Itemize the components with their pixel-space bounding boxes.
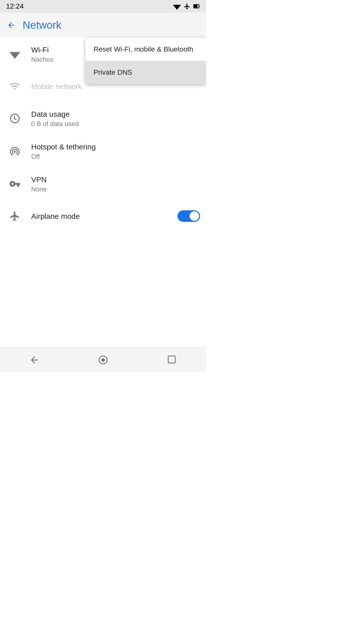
back-button[interactable] (5, 19, 18, 31)
status-bar: 12:24 (0, 0, 206, 13)
page-title: Network (23, 19, 61, 31)
airplane-toggle-container (177, 210, 200, 222)
svg-rect-2 (199, 6, 199, 7)
airplane-text: Airplane mode (31, 211, 177, 221)
vpn-text: VPN None (31, 175, 200, 193)
vpn-title: VPN (31, 175, 200, 184)
nav-back-button[interactable] (24, 350, 44, 370)
dropdown-menu: Reset Wi-Fi, mobile & Bluetooth Private … (85, 38, 206, 84)
setting-item-hotspot[interactable]: Hotspot & tethering Off (0, 135, 206, 168)
hotspot-subtitle: Off (31, 153, 200, 160)
airplane-title: Airplane mode (31, 211, 177, 221)
svg-rect-3 (194, 5, 198, 8)
nav-recents-button[interactable] (162, 350, 182, 370)
setting-item-data-usage[interactable]: Data usage 0 B of data used (0, 102, 206, 135)
svg-marker-4 (9, 52, 20, 59)
airplane-toggle-knob (190, 211, 199, 221)
setting-item-airplane[interactable]: Airplane mode (0, 200, 206, 232)
vpn-subtitle: None (31, 185, 200, 193)
wifi-icon (6, 45, 24, 63)
airplane-icon (6, 207, 24, 225)
hotspot-text: Hotspot & tethering Off (31, 142, 200, 160)
dropdown-item-private-dns[interactable]: Private DNS (85, 61, 206, 84)
setting-item-vpn[interactable]: VPN None (0, 168, 206, 200)
airplane-status-icon (184, 3, 191, 10)
hotspot-title: Hotspot & tethering (31, 142, 200, 152)
nav-bar (0, 347, 206, 372)
svg-point-6 (101, 358, 105, 362)
vpn-icon (6, 175, 24, 193)
svg-rect-7 (168, 356, 175, 363)
status-icons (173, 3, 200, 10)
airplane-mode-toggle[interactable] (177, 210, 200, 222)
app-bar: Network (0, 13, 206, 38)
status-time: 12:24 (6, 2, 24, 10)
data-usage-icon (6, 110, 24, 127)
data-usage-text: Data usage 0 B of data used (31, 109, 200, 128)
nav-home-button[interactable] (93, 350, 113, 370)
dropdown-item-reset[interactable]: Reset Wi-Fi, mobile & Bluetooth (85, 38, 206, 61)
battery-status-icon (193, 3, 200, 10)
hotspot-icon (6, 142, 24, 160)
svg-marker-0 (173, 5, 181, 10)
data-usage-title: Data usage (31, 109, 200, 119)
mobile-network-icon (6, 77, 24, 95)
wifi-status-icon (173, 3, 181, 10)
data-usage-subtitle: 0 B of data used (31, 120, 200, 128)
